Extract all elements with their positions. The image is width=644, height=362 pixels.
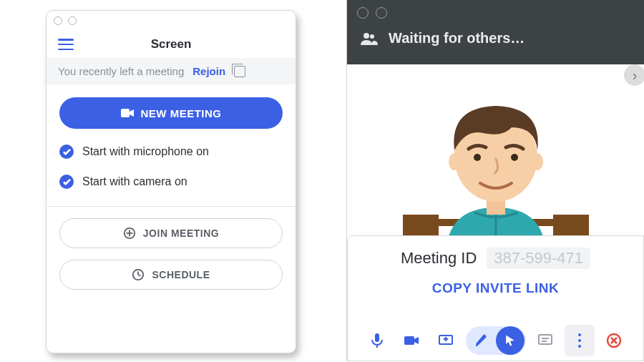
copy-icon[interactable] xyxy=(234,66,245,77)
option-camera[interactable]: Start with camera on xyxy=(59,175,283,189)
meeting-toolbar xyxy=(358,321,633,361)
meeting-header: Waiting for others… xyxy=(347,0,644,64)
chat-button[interactable] xyxy=(530,325,560,356)
meeting-id-value[interactable]: 387-599-471 xyxy=(487,248,590,269)
rejoin-message: You recently left a meeting xyxy=(58,65,184,77)
copy-invite-link[interactable]: COPY INVITE LINK xyxy=(358,280,633,296)
lobby-window: Screen You recently left a meeting Rejoi… xyxy=(46,10,296,353)
svg-point-14 xyxy=(449,153,460,170)
schedule-label: SCHEDULE xyxy=(152,269,210,280)
share-screen-button[interactable] xyxy=(431,325,461,356)
svg-rect-18 xyxy=(375,333,379,342)
camera-button[interactable] xyxy=(396,325,426,356)
meeting-id-label: Meeting ID xyxy=(401,249,477,268)
traffic-light-close[interactable] xyxy=(54,16,62,25)
svg-point-7 xyxy=(364,33,369,39)
meeting-window: Waiting for others… › xyxy=(346,0,644,361)
new-meeting-button[interactable]: NEW MEETING xyxy=(59,97,283,129)
meeting-status-bar: Waiting for others… xyxy=(347,26,644,51)
svg-point-17 xyxy=(511,154,518,161)
svg-point-8 xyxy=(370,34,374,39)
cursor-button[interactable] xyxy=(496,326,525,355)
meeting-info-panel: Meeting ID 387-599-471 COPY INVITE LINK xyxy=(347,235,644,361)
svg-rect-0 xyxy=(121,109,130,117)
menu-icon[interactable] xyxy=(58,39,74,50)
more-button[interactable] xyxy=(565,325,595,356)
svg-point-15 xyxy=(532,153,543,170)
check-icon xyxy=(59,175,74,189)
new-meeting-label: NEW MEETING xyxy=(141,107,222,119)
window-controls xyxy=(347,0,644,26)
lobby-body: NEW MEETING Start with microphone on Sta… xyxy=(47,84,296,290)
schedule-button[interactable]: SCHEDULE xyxy=(59,260,283,290)
svg-rect-20 xyxy=(404,336,414,345)
option-cam-label: Start with camera on xyxy=(82,175,187,188)
chevron-right-icon[interactable]: › xyxy=(624,64,644,86)
meeting-id-row: Meeting ID 387-599-471 xyxy=(358,248,633,269)
rejoin-bar: You recently left a meeting Rejoin xyxy=(47,58,296,84)
lobby-header: Screen xyxy=(47,31,296,58)
svg-line-6 xyxy=(138,275,141,276)
video-icon xyxy=(121,109,134,117)
window-controls xyxy=(47,11,296,31)
join-meeting-button[interactable]: JOIN MEETING xyxy=(59,218,283,248)
leave-button[interactable] xyxy=(599,325,629,356)
option-mic-label: Start with microphone on xyxy=(82,145,209,158)
traffic-light-minimize[interactable] xyxy=(68,16,77,25)
pen-button[interactable] xyxy=(467,326,496,355)
app-title: Screen xyxy=(74,37,268,52)
microphone-button[interactable] xyxy=(362,325,392,356)
rejoin-link[interactable]: Rejoin xyxy=(192,65,225,77)
traffic-light-minimize[interactable] xyxy=(376,7,387,19)
svg-rect-22 xyxy=(539,335,552,344)
annotation-tool-group xyxy=(466,326,526,355)
divider xyxy=(47,206,296,207)
svg-point-16 xyxy=(474,154,481,161)
status-text: Waiting for others… xyxy=(389,30,525,47)
join-meeting-label: JOIN MEETING xyxy=(143,228,219,239)
traffic-light-close[interactable] xyxy=(357,7,369,19)
check-icon xyxy=(59,145,74,159)
people-icon xyxy=(360,32,379,45)
option-microphone[interactable]: Start with microphone on xyxy=(59,145,283,159)
